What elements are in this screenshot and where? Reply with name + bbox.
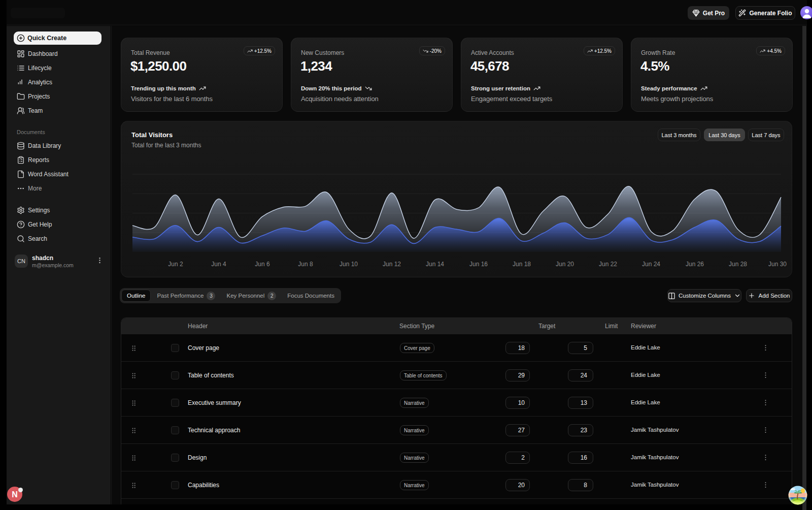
- svg-text:Jun 26: Jun 26: [686, 261, 704, 268]
- svg-text:Jun 16: Jun 16: [469, 261, 488, 268]
- svg-text:Jun 28: Jun 28: [729, 261, 747, 268]
- svg-text:Jun 12: Jun 12: [383, 261, 401, 268]
- svg-text:Jun 4: Jun 4: [211, 261, 226, 268]
- svg-text:Jun 6: Jun 6: [255, 261, 270, 268]
- svg-text:Jun 10: Jun 10: [340, 261, 358, 268]
- svg-text:Jun 22: Jun 22: [599, 261, 617, 268]
- svg-text:N: N: [12, 490, 18, 499]
- svg-text:Jun 14: Jun 14: [426, 261, 444, 268]
- svg-text:Jun 18: Jun 18: [513, 261, 531, 268]
- svg-text:Jun 24: Jun 24: [642, 261, 660, 268]
- svg-text:Jun 8: Jun 8: [298, 261, 313, 268]
- svg-text:Jun 30: Jun 30: [768, 261, 787, 268]
- svg-text:Jun 20: Jun 20: [556, 261, 574, 268]
- svg-text:Jun 2: Jun 2: [168, 261, 183, 268]
